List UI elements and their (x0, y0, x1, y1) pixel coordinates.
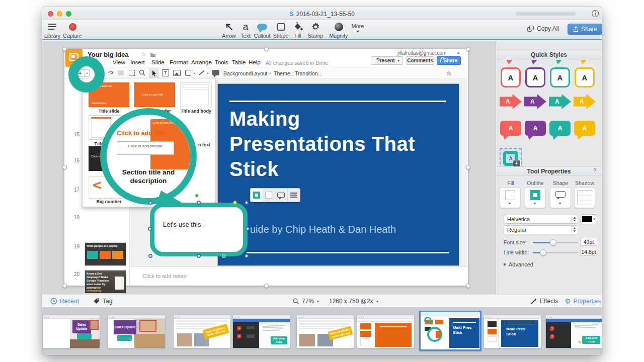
layout-section-header[interactable]: Click to add title (134, 82, 175, 107)
menu-table[interactable]: Table (232, 59, 246, 65)
style-bubble-red[interactable]: A (500, 121, 521, 136)
outline-property[interactable] (525, 187, 546, 208)
font-family-select[interactable]: Helvetica (504, 215, 578, 224)
folder-icon[interactable] (150, 52, 156, 57)
redo-icon[interactable] (107, 69, 114, 76)
style-bubble-teal[interactable]: A (549, 121, 571, 136)
menu-insert[interactable]: Insert (130, 59, 145, 65)
comments-button[interactable]: Comments (406, 56, 434, 65)
current-slide[interactable]: Making Presentations That Stick uide by … (217, 83, 459, 266)
line-chevron-icon[interactable] (207, 73, 209, 74)
account-email[interactable]: jillafreitas@gmail.com (397, 50, 446, 56)
line-width-value[interactable]: 14.8pt (580, 248, 597, 256)
present-button[interactable]: Present (371, 56, 403, 65)
help-button[interactable]: ? (593, 167, 596, 173)
fill-swatch[interactable] (263, 189, 276, 202)
account-chevron-icon[interactable] (457, 52, 460, 54)
recent-button[interactable]: Recent (50, 298, 79, 305)
advanced-disclosure[interactable]: Advanced (504, 261, 533, 267)
callout-annotation[interactable]: Let's use this (150, 203, 248, 256)
stamp-tool[interactable]: Stamp (304, 21, 327, 39)
properties-button[interactable]: ⚙ Properties (565, 298, 601, 305)
capture-thumbnail-1[interactable]: Sales Update (43, 315, 100, 348)
canvas-handle[interactable] (466, 165, 470, 169)
style-bubble-yellow[interactable]: A (574, 121, 595, 136)
transition-button[interactable]: Transition... (295, 70, 322, 76)
shape-property[interactable] (550, 187, 571, 208)
slide-title[interactable]: Making Presentations That Stick (229, 106, 457, 182)
theme-button[interactable]: Theme... (274, 70, 294, 76)
capture-thumbnail-3[interactable]: Save all photos under this tag (174, 315, 230, 348)
style-arrow-yellow[interactable]: A (574, 94, 596, 109)
font-size-knob[interactable] (550, 239, 556, 246)
line-width-knob[interactable] (540, 249, 546, 256)
capture-thumbnail-2[interactable]: Sales Update (108, 315, 165, 348)
selection-handle-teal[interactable] (222, 254, 226, 258)
capture-thumbnail-5[interactable]: Save all photos under this tag (297, 315, 354, 348)
tag-button[interactable]: Tag (93, 298, 112, 305)
ring-annotation-small[interactable] (68, 56, 105, 93)
share-button[interactable]: Share (568, 24, 602, 35)
capture-thumbnail-6[interactable] (357, 315, 414, 348)
selection-handle[interactable] (148, 254, 152, 258)
style-square-teal[interactable]: A (550, 67, 570, 87)
layout-chevron-icon[interactable] (269, 73, 271, 74)
capture-thumbnail-8[interactable]: Maki Pres Stick (484, 315, 541, 348)
zoom-control[interactable]: 77% (293, 298, 319, 305)
image-icon[interactable] (173, 70, 181, 76)
stepper-icon[interactable] (571, 226, 578, 234)
menu-slide[interactable]: Slide (151, 59, 165, 65)
layout-title-and-body[interactable] (180, 82, 212, 107)
selection-handle[interactable] (197, 201, 201, 205)
shape-chevron-icon[interactable] (193, 73, 195, 74)
custom-style-selected[interactable]: A + (500, 148, 522, 169)
selection-handle[interactable] (245, 254, 249, 258)
effects-button[interactable]: Effects (530, 298, 558, 305)
style-square-yellow[interactable]: A (575, 67, 595, 87)
layout-button[interactable]: Layout (252, 70, 268, 76)
zoom-fit-icon[interactable] (129, 70, 135, 76)
gslides-share-button[interactable]: Share (437, 56, 461, 65)
menu-format[interactable]: Format (170, 59, 188, 65)
style-square-purple[interactable]: A (525, 67, 545, 87)
style-arrow-teal[interactable]: A (549, 94, 571, 109)
slide-19-thumbnail[interactable]: What people are saying (85, 242, 126, 266)
canvas-handle[interactable] (62, 47, 67, 51)
menu-arrange[interactable]: Arrange (191, 59, 212, 65)
comment-tool-icon[interactable] (212, 70, 219, 75)
style-arrow-purple[interactable]: A (524, 94, 546, 109)
text-lines-icon[interactable] (288, 189, 300, 202)
speaker-notes[interactable]: Click to add notes (130, 266, 468, 286)
gslides-doc-title[interactable]: Your big idea (88, 51, 128, 58)
canvas-handle[interactable] (264, 284, 269, 288)
shape-swatch[interactable] (275, 189, 288, 202)
minimize-window-button[interactable] (57, 11, 62, 17)
menu-tools[interactable]: Tools (215, 59, 228, 65)
textbox-icon[interactable]: T (162, 69, 169, 76)
font-color-swatch[interactable] (580, 214, 597, 224)
canvas-handle[interactable] (264, 47, 269, 51)
canvas-handle[interactable] (62, 284, 67, 288)
stepper-icon[interactable] (571, 215, 578, 223)
selection-handle[interactable] (148, 227, 152, 231)
selection-handle[interactable] (148, 201, 152, 205)
canvas-handle[interactable] (466, 47, 470, 51)
menu-help[interactable]: Help (249, 59, 261, 65)
slide-subtitle[interactable]: uide by Chip Heath & Dan Heath (250, 224, 396, 235)
capture-thumbnail-current[interactable]: Maki Pres Stick (419, 311, 481, 351)
selection-handle[interactable] (197, 254, 201, 258)
add-style-badge[interactable]: + (513, 160, 521, 167)
capture-button[interactable]: Capture (61, 21, 84, 39)
capture-thumbnail-9[interactable]: 1 2 Add your copy ★ (546, 315, 602, 348)
select-tool-active[interactable] (149, 68, 159, 78)
shape-tool-icon[interactable] (185, 70, 191, 76)
collapse-toolbar-icon[interactable] (446, 70, 452, 76)
canvas-handle[interactable] (466, 284, 470, 288)
canvas-size-control[interactable]: 1260 x 750 @2x (329, 298, 379, 305)
captured-image[interactable]: Your big idea ☆ File View Insert Slide F… (64, 49, 468, 286)
font-size-value[interactable]: 49pt (580, 238, 597, 246)
menu-view[interactable]: View (113, 59, 125, 65)
fill-property[interactable] (500, 187, 521, 208)
font-style-select[interactable]: Regular (504, 225, 578, 234)
style-arrow-red[interactable]: A (500, 94, 522, 109)
